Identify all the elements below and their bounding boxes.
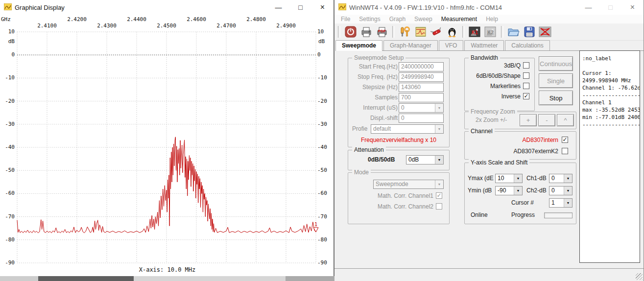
mode-combo[interactable]: Sweepmode ▼ — [373, 180, 444, 189]
ch1-db-combo[interactable]: 0 ▼ — [549, 174, 572, 183]
zoom-2x-label: 2x Zoom +/- — [476, 117, 507, 123]
stepsize-field[interactable]: 143060 — [399, 83, 444, 92]
math-corr-ch2-checkbox[interactable] — [436, 203, 442, 210]
minimize-icon[interactable]: — — [577, 0, 599, 15]
taskbar-segment — [0, 276, 38, 281]
profile-combo[interactable]: default ▼ — [371, 124, 444, 134]
yaxis-legend: Y-axis Scale and Shift — [469, 159, 529, 166]
toolbar-separator — [392, 26, 395, 38]
quit-button[interactable] — [344, 25, 358, 39]
axis-tick-label: -90 — [317, 259, 331, 266]
menu-measurement[interactable]: Measurement — [437, 16, 481, 23]
ymin-combo[interactable]: -90 ▼ — [495, 186, 523, 195]
graphical-display-window: Graphical Display — □ × 1 101000-10-10-2… — [0, 0, 334, 276]
taskbar-segment — [134, 276, 286, 281]
close-icon[interactable]: × — [621, 0, 644, 15]
interrupt-combo[interactable]: 0 ▼ — [399, 103, 444, 113]
info-line: min :-77.01dB 2400.8 — [582, 114, 637, 121]
axis-tick-label: -60 — [1, 190, 15, 196]
maximize-icon[interactable]: □ — [599, 0, 621, 15]
measurement-info-panel: :no_label Cursor 1: 2499.998940 MHz Chan… — [579, 50, 640, 263]
cursor-number-combo[interactable]: 1 ▼ — [549, 198, 572, 208]
taskbar-segment — [286, 276, 334, 281]
start-freq-label: Start Freq.(Hz) — [359, 63, 398, 70]
mode-legend: Mode — [352, 169, 371, 176]
zoom-up-button[interactable]: ^ — [557, 114, 574, 126]
cursor-number-label: Cursor # — [511, 199, 534, 206]
ad8307-extern-checkbox[interactable] — [562, 148, 568, 154]
displ-shift-field[interactable]: 0 — [399, 114, 444, 123]
resize-grip[interactable] — [636, 273, 643, 280]
ch1-db-value: 0 — [551, 175, 555, 182]
zoom-plus-button[interactable]: + — [520, 114, 537, 126]
print-button[interactable] — [359, 25, 373, 39]
axis-tick-label: 2.4900 — [274, 23, 298, 29]
axis-tick-label: GHz — [1, 16, 16, 23]
ymax-value: 10 — [498, 175, 504, 182]
main-window-titlebar[interactable]: WinNWT4 - V.4.09 - FW:1.19:V10 - hfm9.hf… — [334, 0, 644, 15]
axis-tick-label: 2.4500 — [155, 23, 178, 29]
menu-settings[interactable]: Settings — [355, 16, 384, 23]
tab-bar: Sweepmode Graph-Manager VFO Wattmeter Ca… — [335, 40, 644, 51]
bw-6db-checkbox[interactable] — [523, 72, 529, 79]
axis-tick-label: 2.4200 — [65, 16, 89, 23]
stop-button[interactable]: Stop — [539, 91, 573, 105]
samples-label: Samples — [375, 94, 398, 101]
markerlines-label: Markerlines — [490, 83, 521, 90]
menu-graph[interactable]: Graph — [385, 16, 410, 23]
tab-sweepmode[interactable]: Sweepmode — [335, 40, 382, 51]
calibrate-k1-button[interactable]: K1 — [468, 25, 482, 39]
ymax-combo[interactable]: 10 ▼ — [495, 174, 523, 183]
markerlines-checkbox[interactable] — [523, 83, 529, 89]
channel-legend: Channel — [469, 128, 495, 135]
ad8307-intern-checkbox[interactable]: ✓ — [562, 137, 568, 143]
single-button[interactable]: Single — [539, 73, 573, 88]
graph-display-button[interactable] — [414, 25, 428, 39]
inverse-checkbox[interactable]: ✓ — [523, 93, 529, 99]
open-file-button[interactable] — [507, 25, 521, 39]
ch2-db-combo[interactable]: 0 ▼ — [549, 186, 572, 195]
axis-tick-label: -70 — [1, 213, 15, 220]
start-freq-field[interactable]: 2400000000 — [399, 62, 444, 71]
menu-help[interactable]: Help — [481, 16, 502, 23]
stop-freq-field[interactable]: 2499998940 — [399, 72, 444, 82]
math-corr-ch1-label: Math. Corr. Channel1 — [378, 192, 433, 199]
chevron-down-icon: ▼ — [564, 174, 572, 183]
settings-tools-button[interactable] — [398, 25, 412, 39]
online-label: Online — [471, 211, 488, 218]
tab-graph-manager[interactable]: Graph-Manager — [383, 40, 438, 50]
info-line: Cursor 1: — [582, 70, 637, 77]
profile-value: default — [373, 125, 391, 133]
axis-tick-label: 2.4800 — [244, 16, 268, 23]
chevron-down-icon: ▼ — [435, 104, 443, 112]
print-pdf-button[interactable]: PDF — [375, 25, 389, 39]
save-file-button[interactable] — [523, 25, 536, 39]
axis-tick-label: -10 — [317, 74, 331, 81]
axis-tick-label: -80 — [317, 236, 331, 243]
tab-vfo[interactable]: VFO — [439, 40, 464, 50]
continuous-button[interactable]: Continuous — [539, 56, 573, 71]
axis-tick-label: -90 — [1, 259, 15, 266]
axis-tick-label: -40 — [1, 144, 15, 150]
tab-wattmeter[interactable]: Wattmeter — [464, 40, 504, 50]
math-corr-ch1-checkbox[interactable]: ✓ — [436, 192, 442, 199]
calibrate-k2-button[interactable]: K2 — [484, 25, 498, 39]
info-line: 2499.998940 MHz — [582, 77, 637, 84]
tab-calculations[interactable]: Calculations — [505, 40, 549, 50]
axis-tick-label: -80 — [1, 236, 15, 243]
menu-sweep[interactable]: Sweep — [410, 16, 437, 23]
chevron-down-icon: ▼ — [564, 199, 572, 207]
spectrum-plot: 1 — [0, 0, 334, 276]
axis-tick-label: 2.4700 — [215, 23, 238, 29]
axis-tick-label: 0 — [1, 51, 15, 58]
svg-text:K1: K1 — [472, 30, 478, 35]
zoom-minus-button[interactable]: - — [538, 114, 555, 126]
samples-field[interactable]: 700 — [399, 93, 444, 102]
linux-tux-button[interactable] — [445, 25, 459, 39]
attenuation-combo[interactable]: 0dB ▼ — [406, 155, 444, 164]
taskbar-strip — [0, 276, 334, 281]
menu-file[interactable]: File — [336, 16, 355, 23]
bw-3db-checkbox[interactable] — [523, 62, 529, 69]
multitool-knife-button[interactable] — [429, 25, 443, 39]
disconnect-button[interactable] — [538, 25, 552, 39]
